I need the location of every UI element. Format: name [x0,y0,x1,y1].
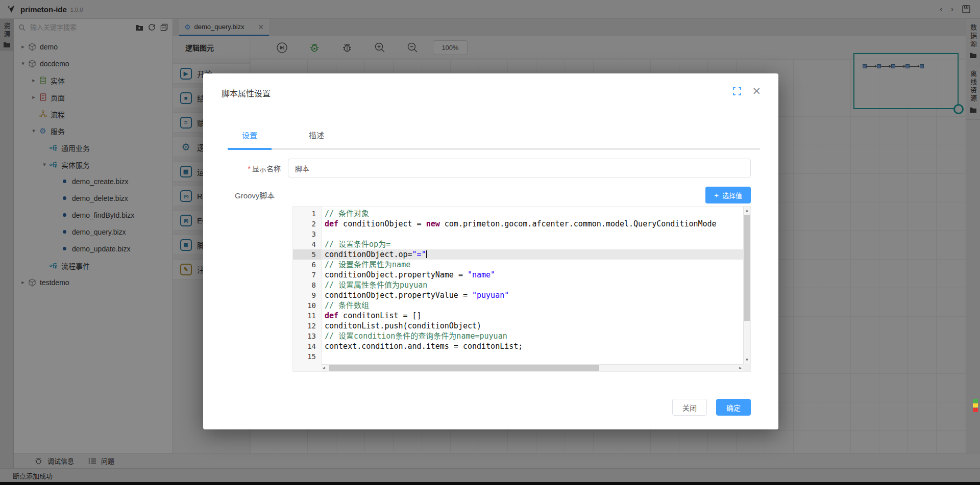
code-line-13[interactable]: 13// 设置condition条件的查询条件为name=puyuan [293,331,743,341]
token-pl: context.condition.and.items = conditonLi… [325,342,523,351]
code-lines: 1// 条件对象2def conditionObject = new com.p… [293,207,743,364]
select-value-button[interactable]: + 选择值 [705,187,751,203]
token-kw: new [426,219,440,228]
plus-icon: + [714,191,719,199]
line-number: 14 [293,341,321,351]
token-kw: def [325,311,338,320]
text-cursor [426,250,427,258]
scroll-down-icon[interactable]: ▼ [744,356,750,364]
required-asterisk: * [248,165,251,173]
line-number: 15 [293,351,321,362]
horizontal-scrollbar[interactable]: ◀ ▶ [321,364,743,371]
code-line-14[interactable]: 14context.condition.and.items = conditon… [293,341,743,351]
token-com: // 设置条件op为= [325,240,390,249]
token-com: // 设置属性条件值为puyuan [325,280,427,290]
token-kw: def [325,219,338,228]
line-number: 5 [293,249,321,260]
code-line-9[interactable]: 9conditionObject.propertyValue = "puyuan… [293,290,743,300]
dialog-footer: 关闭 确定 [672,399,751,416]
token-str: "name" [468,270,495,279]
script-properties-dialog: 脚本属性设置 ✕ 设置描述 *显示名称 Groovy脚本 + 选择值 [203,73,778,429]
token-com: // 设置condition条件的查询条件为name=puyuan [325,331,507,341]
code-line-11[interactable]: 11def conditonList = [] [293,311,743,321]
scroll-right-icon[interactable]: ▶ [739,365,742,371]
vertical-scrollbar[interactable]: ▲ ▼ [743,207,750,364]
token-pl: conditionObject.propertyValue = [325,291,472,300]
code-line-10[interactable]: 10// 条件数组 [293,300,743,311]
vertical-scrollbar-thumb[interactable] [744,215,750,321]
code-text: // 设置条件op为= [321,239,743,249]
scroll-left-icon[interactable]: ◀ [323,365,325,371]
line-number: 8 [293,280,321,290]
dialog-tab-items: 设置描述 [228,126,760,148]
code-text: context.condition.and.items = conditonLi… [321,341,743,351]
groovy-code-editor[interactable]: 1// 条件对象2def conditionObject = new com.p… [292,206,751,372]
code-line-5[interactable]: 5conditionObject.op="=" [293,249,743,260]
token-pl: conditonList.push(conditionObject) [325,321,481,330]
dialog-tab-描述[interactable]: 描述 [295,126,338,148]
code-line-4[interactable]: 4// 设置条件op为= [293,239,743,249]
line-number: 11 [293,311,321,321]
code-text: // 设置属性条件值为puyuan [321,280,743,290]
code-text: // 设置条件属性为name [321,260,743,270]
code-line-2[interactable]: 2def conditionObject = new com.primeton.… [293,219,743,229]
code-text [321,351,743,362]
horizontal-scrollbar-thumb[interactable] [329,365,599,371]
token-str: "puyuan" [472,291,509,300]
code-line-1[interactable]: 1// 条件对象 [293,209,743,219]
extension-badge-icon[interactable] [973,399,979,412]
dialog-title: 脚本属性设置 [222,87,271,99]
token-com: // 设置条件属性为name [325,260,410,269]
code-line-15[interactable]: 15 [293,351,743,362]
active-tab-indicator [228,148,272,150]
display-name-row: *显示名称 [222,159,751,177]
token-com: // 条件数组 [325,301,369,310]
groovy-script-row: Groovy脚本 + 选择值 [235,187,751,203]
code-text: // 设置condition条件的查询条件为name=puyuan [321,331,743,341]
token-pl: conditionObject = [338,219,426,228]
dialog-tabs: 设置描述 [228,126,760,150]
scrollbar-corner [743,364,750,371]
code-text: // 条件对象 [321,209,743,219]
line-number: 3 [293,229,321,239]
token-pl: com.primeton.gocom.afcenter.common.model… [440,219,717,228]
code-text: conditionObject.op="=" [321,249,743,260]
code-text [321,229,743,239]
line-number: 16 [293,362,321,364]
application-window: primeton-ide 1.0.0 ‹ › 资源 ▸demo▾docdemo [0,0,980,485]
display-name-label: *显示名称 [222,163,288,173]
code-text: def conditonList = [] [321,311,743,321]
line-number: 7 [293,270,321,280]
scroll-up-icon[interactable]: ▲ [744,207,750,214]
line-number: 4 [293,239,321,249]
code-line-12[interactable]: 12conditonList.push(conditionObject) [293,321,743,331]
code-line-3[interactable]: 3 [293,229,743,239]
code-line-6[interactable]: 6// 设置条件属性为name [293,260,743,270]
line-number: 6 [293,260,321,270]
line-number: 12 [293,321,321,331]
code-text: def conditionObject = new com.primeton.g… [321,219,743,229]
confirm-button[interactable]: 确定 [716,399,751,416]
line-number: 9 [293,290,321,300]
token-pl: conditionObject.propertyName = [325,270,468,279]
line-number: 13 [293,331,321,341]
token-str: "=" [412,250,426,259]
code-text: // 条件数组 [321,300,743,311]
tab-track [228,148,760,150]
code-text: conditonList.push(conditionObject) [321,321,743,331]
line-number: 2 [293,219,321,229]
close-icon[interactable]: ✕ [752,86,761,96]
code-text: conditionObject.propertyValue = "puyuan" [321,290,743,300]
close-button[interactable]: 关闭 [672,399,707,416]
groovy-script-label: Groovy脚本 [235,190,275,200]
dialog-tab-设置[interactable]: 设置 [228,126,272,148]
code-text: conditionObject.propertyName = "name" [321,270,743,280]
code-line-8[interactable]: 8// 设置属性条件值为puyuan [293,280,743,290]
code-line-7[interactable]: 7conditionObject.propertyName = "name" [293,270,743,280]
token-pl: conditionObject.op= [325,250,412,259]
fullscreen-icon[interactable] [732,87,742,96]
display-name-input[interactable] [288,159,751,177]
line-number: 10 [293,300,321,311]
line-number: 1 [293,209,321,219]
token-com: // 条件对象 [325,209,369,218]
